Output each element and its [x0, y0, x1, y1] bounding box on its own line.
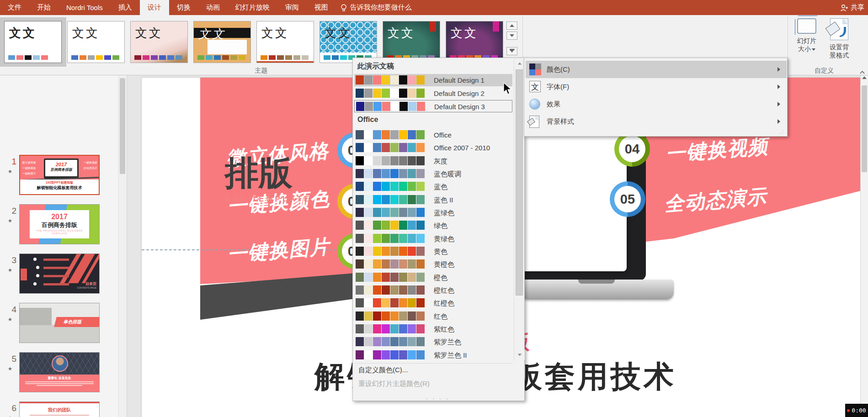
slide-size-button[interactable]: 幻灯片 大小 — [793, 18, 821, 53]
tab-slideshow[interactable]: 幻灯片放映 — [228, 0, 277, 15]
palette-default-design-2[interactable]: Default Design 2 — [354, 87, 512, 100]
tab-transitions[interactable]: 切换 — [169, 0, 198, 15]
theme-colors-menu: 此演示文稿 Default Design 1 Default Design 2 … — [352, 58, 525, 401]
card-title-fragment: 排版 — [225, 151, 293, 196]
custom-colors-item[interactable]: 自定义颜色(C)... — [358, 366, 408, 375]
scrollbar-thumb[interactable] — [516, 69, 523, 296]
theme-tile-2[interactable]: 文文 — [67, 21, 125, 63]
chevron-up-icon — [510, 24, 514, 27]
palette-grayscale[interactable]: 灰度 — [354, 155, 512, 167]
menu-divider — [355, 363, 513, 364]
theme-tile-text: 文文 — [135, 25, 163, 41]
palette-red-orange[interactable]: 红橙色 — [354, 297, 512, 309]
palette-default-design-3[interactable]: Default Design 3 — [354, 100, 512, 112]
tab-animations[interactable]: 动画 — [198, 0, 228, 15]
tab-design[interactable]: 设计 — [140, 0, 169, 15]
record-dot-icon — [847, 409, 850, 412]
tab-insert[interactable]: 插入 — [111, 0, 140, 15]
scrollbar-thumb[interactable] — [120, 78, 125, 174]
animation-star-icon: ★ — [8, 169, 12, 174]
tab-view[interactable]: 视图 — [307, 0, 336, 15]
gallery-scroll-up-button[interactable] — [506, 21, 517, 30]
tell-me-label: 告诉我你想要做什么 — [350, 3, 412, 12]
palette-orange[interactable]: 橙色 — [354, 271, 512, 284]
mouse-cursor — [503, 82, 513, 98]
ribbon-tab-bar: 文件 开始 Nordri Tools 插入 设计 切换 动画 幻灯片放映 审阅 … — [0, 0, 868, 15]
gallery-more-button[interactable] — [506, 47, 517, 55]
palette-violet[interactable]: 紫罗兰色 — [354, 336, 512, 348]
menu-item-colors[interactable]: 颜色(C) — [526, 61, 787, 78]
animation-star-icon: ★ — [8, 218, 12, 224]
scroll-up-button[interactable] — [514, 58, 525, 69]
tab-nordri-tools[interactable]: Nordri Tools — [59, 0, 111, 15]
tab-home[interactable]: 开始 — [29, 0, 59, 15]
palette-yellow-orange[interactable]: 黄橙色 — [354, 258, 512, 270]
palette-blue-warm[interactable]: 蓝色暖调 — [354, 168, 512, 180]
menu-item-background-styles[interactable]: 背景样式 — [526, 113, 787, 130]
theme-tile-swatches — [71, 55, 119, 60]
menu-resize-grip[interactable]: .: — [780, 129, 784, 134]
tab-review[interactable]: 审阅 — [277, 0, 307, 15]
theme-tile-swatches — [261, 55, 309, 60]
theme-tile-text: 文文 — [72, 25, 100, 41]
numbered-circle-05[interactable]: 05 — [610, 181, 645, 217]
theme-tile-4[interactable]: 文文 — [193, 21, 251, 63]
slide-number: 3 — [5, 255, 16, 265]
palette-green[interactable]: 绿色 — [354, 219, 512, 232]
menu-section-office: Office — [357, 116, 378, 124]
gallery-scroll-down-button[interactable] — [506, 32, 517, 40]
palette-violet-ii[interactable]: 紫罗兰色 II — [354, 349, 512, 361]
laptop-graphic: 2017 百例商务排版 — [44, 158, 79, 179]
palette-office[interactable]: Office — [354, 129, 512, 141]
theme-tile-6[interactable]: 文文 — [320, 21, 377, 63]
animation-star-icon: ★ — [8, 267, 12, 273]
scroll-up-icon[interactable] — [862, 76, 867, 79]
share-button[interactable]: 共享 — [840, 0, 864, 15]
palette-yellow-green[interactable]: 黄绿色 — [354, 232, 512, 245]
slide-thumbnails-panel: 1 ★ 微立体风格 一键换颜色 一键换图片 一键换视频 全动态演示 2017 百… — [0, 75, 127, 417]
menu-resize-grip[interactable]: . . . . — [426, 394, 449, 401]
theme-tile-3[interactable]: 文文 — [130, 21, 188, 63]
colors-menu-scrollbar[interactable] — [514, 58, 524, 361]
menu-item-fonts[interactable]: 文 字体(F) — [526, 78, 787, 95]
theme-colors-icon — [529, 63, 541, 75]
theme-tile-7[interactable]: 文文 — [383, 21, 440, 63]
scrollbar-thumb[interactable] — [862, 85, 867, 172]
slide-thumbnail-6[interactable]: 我们的团队 — [19, 401, 100, 417]
theme-tile-1[interactable]: 文文 — [4, 21, 62, 63]
theme-fonts-icon: 文 — [529, 81, 541, 92]
submenu-arrow-icon — [777, 84, 780, 89]
canvas-scrollbar[interactable] — [860, 75, 868, 417]
palette-red[interactable]: 红色 — [354, 310, 512, 322]
menu-item-effects[interactable]: 效果 — [526, 95, 787, 113]
format-background-button[interactable]: 设置背 景格式 — [822, 18, 857, 59]
tell-me-box[interactable]: 告诉我你想要做什么 — [336, 0, 416, 15]
scroll-down-button[interactable] — [514, 350, 525, 360]
theme-tile-5[interactable]: 文文 — [256, 21, 314, 63]
background-styles-icon — [529, 116, 539, 128]
tab-file[interactable]: 文件 — [0, 0, 29, 15]
chevron-down-icon — [510, 34, 514, 37]
slide-number: 4 — [5, 305, 16, 315]
palette-yellow[interactable]: 黄色 — [354, 245, 512, 258]
palette-default-design-1[interactable]: Default Design 1 — [354, 74, 512, 86]
theme-tile-8[interactable]: 文文 — [446, 21, 503, 63]
theme-tile-tag — [430, 21, 436, 32]
thumbnails-scrollbar[interactable] — [118, 75, 126, 417]
slide-thumbnail-1[interactable]: 微立体风格 一键换颜色 一键换图片 一键换视频 全动态演示 2017 百例商务排… — [19, 155, 100, 195]
theme-tile-text: 文文 — [261, 25, 289, 41]
timer-value: 0:00 — [852, 407, 866, 414]
palette-blue[interactable]: 蓝色 — [354, 180, 512, 193]
theme-effects-icon — [529, 99, 540, 110]
palette-office-2007[interactable]: Office 2007 - 2010 — [354, 142, 512, 154]
slide-thumbnail-5[interactable]: 董事长 某某先生 — [19, 352, 100, 392]
slide-thumbnail-4[interactable]: 单色排版 — [19, 303, 100, 343]
palette-orange-red[interactable]: 橙红色 — [354, 284, 512, 296]
palette-red-violet[interactable]: 紫红色 — [354, 323, 512, 335]
collapse-ribbon-button[interactable] — [859, 69, 866, 74]
format-background-icon — [830, 18, 848, 40]
palette-blue-ii[interactable]: 蓝色 II — [354, 194, 512, 206]
palette-blue-green[interactable]: 蓝绿色 — [354, 206, 512, 219]
slide-thumbnail-2[interactable]: 2017 百例商务排版 THE PROFESSIONAL BUSINESS TE… — [19, 204, 100, 244]
slide-thumbnail-3[interactable]: 目录页CONTENTS PAGE — [19, 253, 100, 294]
